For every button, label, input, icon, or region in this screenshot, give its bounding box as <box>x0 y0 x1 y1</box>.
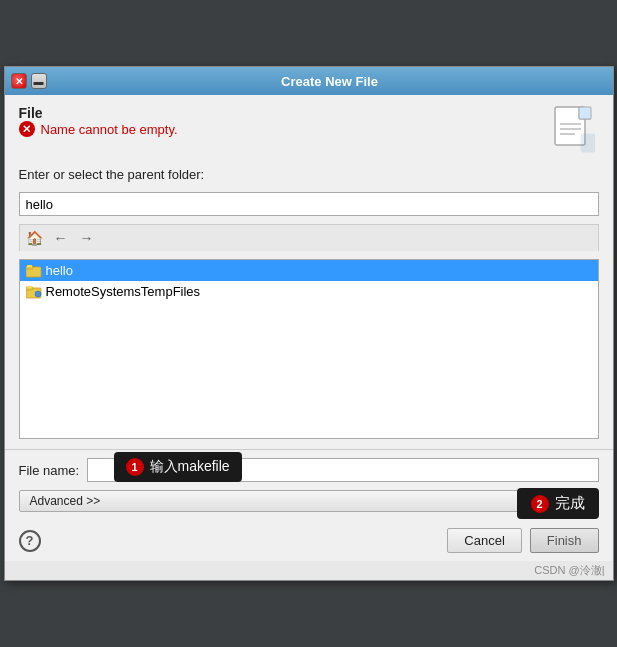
advanced-button[interactable]: Advanced >> <box>19 490 599 512</box>
folder-input[interactable] <box>19 192 599 216</box>
svg-rect-2 <box>579 107 591 119</box>
help-button[interactable]: ? <box>19 530 41 552</box>
bottom-section: File name: 1输入makefile Advanced >> <box>5 449 613 520</box>
svg-rect-9 <box>27 265 32 267</box>
tree-item-remote[interactable]: RemoteSystemsTempFiles <box>20 281 598 302</box>
watermark: CSDN @泠澈| <box>5 561 613 580</box>
dialog-title: Create New File <box>53 74 607 89</box>
tree-item-hello-label: hello <box>46 263 73 278</box>
svg-point-13 <box>35 291 41 297</box>
file-icon-area <box>549 105 599 155</box>
svg-rect-6 <box>581 134 595 152</box>
filename-row: File name: 1输入makefile <box>19 458 599 482</box>
minimize-button[interactable]: ▬ <box>31 73 47 89</box>
error-message: Name cannot be empty. <box>41 122 178 137</box>
cancel-button[interactable]: Cancel <box>447 528 521 553</box>
home-nav-button[interactable]: 🏠 <box>24 228 46 248</box>
create-new-file-dialog: ✕ ▬ Create New File File ✕ Name cannot b… <box>4 66 614 581</box>
window-controls: ✕ ▬ <box>11 73 47 89</box>
dialog-footer: ? Cancel 2完成 Finish <box>5 520 613 561</box>
finish-wrap: 2完成 Finish <box>530 528 599 553</box>
dialog-body: File ✕ Name cannot be empty. En <box>5 95 613 449</box>
remote-folder-icon <box>26 285 42 299</box>
close-button[interactable]: ✕ <box>11 73 27 89</box>
forward-nav-button[interactable]: → <box>76 228 98 248</box>
svg-rect-12 <box>27 286 32 288</box>
finish-button[interactable]: Finish <box>530 528 599 553</box>
title-bar: ✕ ▬ Create New File <box>5 67 613 95</box>
section-header: File ✕ Name cannot be empty. <box>19 105 599 155</box>
file-tree: hello RemoteSystemsTempFiles <box>19 259 599 439</box>
nav-toolbar: 🏠 ← → <box>19 224 599 251</box>
back-nav-button[interactable]: ← <box>50 228 72 248</box>
error-row: ✕ Name cannot be empty. <box>19 121 178 137</box>
file-icon <box>553 106 595 154</box>
tree-item-remote-label: RemoteSystemsTempFiles <box>46 284 201 299</box>
filename-label: File name: <box>19 463 80 478</box>
folder-icon <box>26 264 42 278</box>
error-icon: ✕ <box>19 121 35 137</box>
tree-item-hello[interactable]: hello <box>20 260 598 281</box>
filename-input[interactable] <box>87 458 598 482</box>
folder-label: Enter or select the parent folder: <box>19 167 599 182</box>
section-title: File <box>19 105 178 121</box>
footer-buttons: Cancel 2完成 Finish <box>447 528 598 553</box>
section-left: File ✕ Name cannot be empty. <box>19 105 178 137</box>
